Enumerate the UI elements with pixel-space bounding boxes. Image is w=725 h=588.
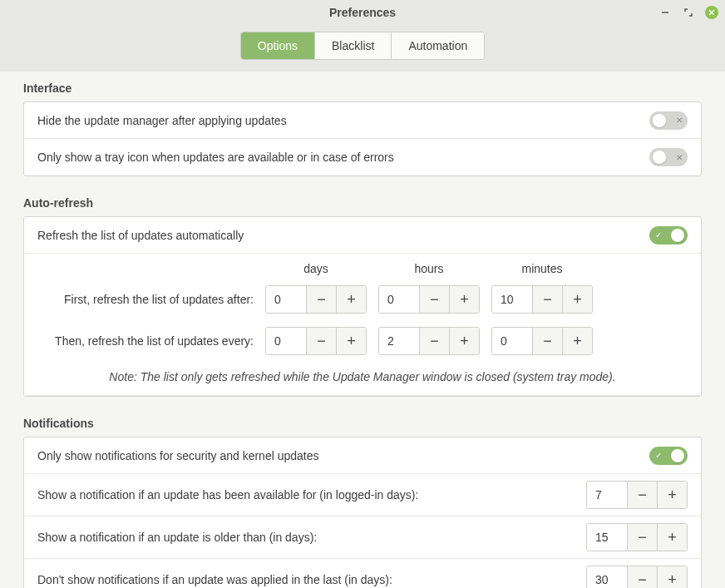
spinner-first-days: 0 − + bbox=[265, 285, 367, 314]
value-then-minutes[interactable]: 0 bbox=[492, 328, 532, 354]
minus-button[interactable]: − bbox=[306, 286, 336, 313]
row-older-days: Show a notification if an update is olde… bbox=[24, 516, 701, 559]
value-available-days[interactable]: 7 bbox=[587, 482, 627, 508]
refresh-grid: days hours minutes First, refresh the li… bbox=[24, 254, 701, 396]
check-icon: ✓ bbox=[655, 230, 662, 240]
panel-notifications: Only show notifications for security and… bbox=[23, 437, 702, 588]
maximize-button[interactable] bbox=[682, 6, 695, 19]
close-button[interactable] bbox=[705, 6, 718, 19]
x-icon: ✕ bbox=[676, 153, 683, 162]
value-first-hours[interactable]: 0 bbox=[379, 286, 419, 313]
section-title-notifications: Notifications bbox=[23, 417, 702, 430]
tab-group: Options Blacklist Automation bbox=[240, 32, 485, 60]
row-then-refresh: Then, refresh the list of updates every:… bbox=[24, 320, 701, 362]
minus-button[interactable]: − bbox=[306, 328, 336, 354]
tab-options[interactable]: Options bbox=[241, 32, 315, 59]
spinner-first-minutes: 10 − + bbox=[491, 285, 593, 314]
value-first-minutes[interactable]: 10 bbox=[492, 286, 532, 313]
spinner-header: days hours minutes bbox=[24, 254, 701, 279]
toggle-only-security[interactable]: ✓ bbox=[649, 447, 688, 465]
label-only-security: Only show notifications for security and… bbox=[37, 449, 649, 462]
check-icon: ✓ bbox=[655, 451, 662, 460]
window-title: Preferences bbox=[329, 6, 396, 19]
row-hide-after-applying: Hide the update manager after applying u… bbox=[24, 102, 701, 139]
titlebar: Preferences bbox=[0, 0, 725, 25]
col-minutes: minutes bbox=[491, 262, 593, 275]
label-refresh-auto: Refresh the list of updates automaticall… bbox=[37, 229, 649, 242]
row-only-tray: Only show a tray icon when updates are a… bbox=[24, 139, 701, 175]
spinner-then-days: 0 − + bbox=[265, 327, 367, 355]
label-only-tray: Only show a tray icon when updates are a… bbox=[37, 151, 649, 164]
row-available-days: Show a notification if an update has bee… bbox=[24, 474, 701, 516]
plus-button[interactable]: + bbox=[336, 328, 366, 354]
x-icon: ✕ bbox=[676, 116, 683, 125]
value-then-hours[interactable]: 2 bbox=[379, 328, 419, 354]
minus-button[interactable]: − bbox=[627, 524, 657, 551]
value-older-days[interactable]: 15 bbox=[587, 524, 627, 551]
section-interface: Interface Hide the update manager after … bbox=[23, 82, 702, 176]
section-auto-refresh: Auto-refresh Refresh the list of updates… bbox=[23, 196, 702, 397]
col-days: days bbox=[265, 262, 367, 275]
tab-blacklist[interactable]: Blacklist bbox=[315, 32, 392, 59]
label-hide-after-applying: Hide the update manager after applying u… bbox=[37, 114, 649, 127]
toggle-knob bbox=[653, 114, 666, 127]
spinner-then-hours: 2 − + bbox=[378, 327, 480, 355]
label-first-refresh: First, refresh the list of updates after… bbox=[37, 293, 265, 306]
value-then-days[interactable]: 0 bbox=[266, 328, 306, 354]
col-hours: hours bbox=[378, 262, 480, 275]
titlebar-controls bbox=[658, 6, 718, 19]
spinner-older-days: 15 − + bbox=[586, 523, 688, 551]
plus-button[interactable]: + bbox=[562, 286, 592, 313]
plus-button[interactable]: + bbox=[657, 482, 687, 508]
value-first-days[interactable]: 0 bbox=[266, 286, 306, 313]
plus-button[interactable]: + bbox=[657, 566, 687, 588]
toggle-knob bbox=[671, 449, 684, 462]
minus-button[interactable]: − bbox=[532, 286, 562, 313]
label-older-days: Show a notification if an update is olde… bbox=[37, 531, 586, 544]
content: Interface Hide the update manager after … bbox=[0, 72, 725, 588]
plus-button[interactable]: + bbox=[657, 524, 687, 551]
minus-button[interactable]: − bbox=[532, 328, 562, 354]
spinner-applied-days: 30 − + bbox=[586, 566, 688, 588]
row-only-security: Only show notifications for security and… bbox=[24, 437, 701, 474]
auto-refresh-note: Note: The list only gets refreshed while… bbox=[24, 362, 701, 395]
minus-button[interactable]: − bbox=[419, 286, 449, 313]
label-applied-days: Don't show notifications if an update wa… bbox=[37, 573, 586, 586]
toggle-hide-after-applying[interactable]: ✕ bbox=[649, 111, 688, 130]
label-available-days: Show a notification if an update has bee… bbox=[37, 488, 586, 502]
minus-button[interactable]: − bbox=[419, 328, 449, 354]
section-title-auto-refresh: Auto-refresh bbox=[23, 196, 702, 210]
label-then-refresh: Then, refresh the list of updates every: bbox=[37, 334, 265, 348]
panel-interface: Hide the update manager after applying u… bbox=[23, 101, 702, 176]
spinner-then-minutes: 0 − + bbox=[491, 327, 593, 355]
plus-button[interactable]: + bbox=[562, 328, 592, 354]
row-first-refresh: First, refresh the list of updates after… bbox=[24, 279, 701, 320]
plus-button[interactable]: + bbox=[449, 328, 479, 354]
plus-button[interactable]: + bbox=[336, 286, 366, 313]
minus-button[interactable]: − bbox=[627, 566, 657, 588]
value-applied-days[interactable]: 30 bbox=[587, 566, 627, 588]
toggle-refresh-auto[interactable]: ✓ bbox=[649, 226, 688, 245]
toggle-only-tray[interactable]: ✕ bbox=[649, 148, 688, 166]
section-notifications: Notifications Only show notifications fo… bbox=[23, 417, 702, 588]
toggle-knob bbox=[653, 151, 666, 164]
row-applied-days: Don't show notifications if an update wa… bbox=[24, 559, 701, 588]
spinner-available-days: 7 − + bbox=[586, 481, 688, 509]
plus-button[interactable]: + bbox=[449, 286, 479, 313]
tab-bar: Options Blacklist Automation bbox=[0, 25, 725, 72]
panel-auto-refresh: Refresh the list of updates automaticall… bbox=[23, 216, 702, 397]
toggle-knob bbox=[671, 229, 684, 242]
tab-automation[interactable]: Automation bbox=[392, 32, 484, 59]
section-title-interface: Interface bbox=[23, 82, 702, 95]
minus-button[interactable]: − bbox=[627, 482, 657, 508]
spinner-first-hours: 0 − + bbox=[378, 285, 480, 314]
minimize-button[interactable] bbox=[658, 6, 672, 19]
row-refresh-auto: Refresh the list of updates automaticall… bbox=[24, 217, 701, 254]
